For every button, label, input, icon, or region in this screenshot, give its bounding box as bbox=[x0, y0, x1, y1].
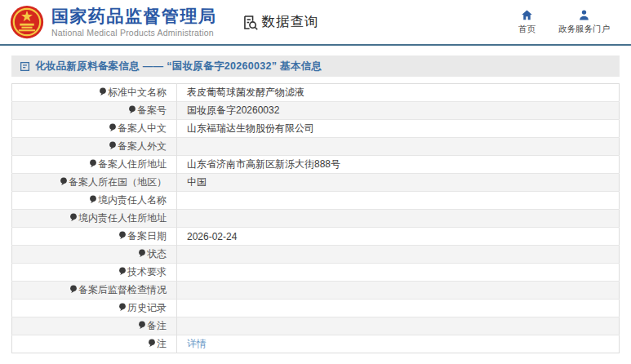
table-row: 备案人所在国（地区） 中国 bbox=[12, 174, 620, 192]
note-icon bbox=[89, 195, 97, 206]
section-title: 化妆品新原料备案信息 —— “国妆原备字20260032” 基本信息 bbox=[35, 60, 322, 73]
table-row: 备注 bbox=[12, 317, 620, 335]
row-label: 技术要求 bbox=[127, 266, 167, 277]
row-label: 备案日期 bbox=[127, 230, 167, 242]
row-label: 备案人所在国（地区） bbox=[69, 176, 167, 188]
detail-link[interactable]: 详情 bbox=[187, 338, 207, 349]
note-icon bbox=[118, 267, 127, 278]
brand-block: 国家药品监督管理局 National Medical Products Admi… bbox=[51, 7, 217, 37]
row-value: 2026-02-24 bbox=[187, 231, 237, 242]
portal-label: 政务服务门户 bbox=[558, 24, 610, 35]
site-header: 国家药品监督管理局 National Medical Products Admi… bbox=[0, 0, 631, 44]
row-label: 备注 bbox=[147, 320, 167, 331]
row-label: 状态 bbox=[147, 248, 167, 260]
data-query-label: 数据查询 bbox=[262, 13, 319, 31]
note-icon bbox=[109, 123, 117, 135]
table-row: 备案人外文 bbox=[12, 138, 620, 156]
note-icon bbox=[148, 339, 156, 350]
national-emblem-logo bbox=[10, 5, 44, 39]
table-row: 备案日期 2026-02-24 bbox=[12, 228, 620, 246]
row-label: 境内责任人名称 bbox=[98, 194, 167, 206]
form-icon bbox=[20, 61, 30, 72]
note-icon bbox=[69, 213, 78, 224]
table-row: 标准中文名称 表皮葡萄球菌发酵产物滤液 bbox=[12, 84, 620, 102]
row-value: 表皮葡萄球菌发酵产物滤液 bbox=[187, 87, 304, 98]
agency-subtitle: National Medical Products Administration bbox=[51, 28, 217, 38]
row-value: 国妆原备字20260032 bbox=[187, 104, 279, 116]
portal-nav[interactable]: 政务服务门户 bbox=[558, 9, 610, 35]
row-value: 山东福瑞达生物股份有限公司 bbox=[187, 122, 314, 134]
row-label: 标准中文名称 bbox=[108, 87, 167, 98]
row-label: 境内责任人住所地址 bbox=[78, 212, 167, 224]
user-icon bbox=[578, 9, 590, 21]
row-label: 备案人中文 bbox=[118, 122, 167, 134]
table-row: 状态 bbox=[12, 246, 620, 264]
table-row: 境内责任人住所地址 bbox=[12, 210, 620, 228]
note-icon bbox=[128, 105, 136, 117]
row-label: 备案号 bbox=[137, 104, 167, 116]
table-row: 备案人中文 山东福瑞达生物股份有限公司 bbox=[12, 120, 620, 138]
agency-title: 国家药品监督管理局 bbox=[51, 7, 217, 25]
table-row: 备案后监督检查情况 bbox=[12, 282, 620, 300]
header-right-nav: 首页 政务服务门户 bbox=[518, 9, 610, 35]
table-row: 技术要求 bbox=[12, 264, 620, 282]
note-icon bbox=[138, 249, 146, 260]
note-icon bbox=[60, 177, 68, 189]
home-icon bbox=[521, 9, 533, 21]
table-row: 境内责任人名称 bbox=[12, 192, 620, 210]
note-icon bbox=[109, 141, 117, 153]
table-row: 注 详情 bbox=[12, 335, 620, 353]
row-label: 备案人住所地址 bbox=[98, 158, 167, 170]
row-label: 备案后监督检查情况 bbox=[78, 284, 167, 295]
row-label: 备案人外文 bbox=[118, 140, 167, 152]
row-value: 山东省济南市高新区新泺大街888号 bbox=[187, 158, 340, 170]
row-label: 注 bbox=[157, 338, 167, 349]
section-title-bar: 化妆品新原料备案信息 —— “国妆原备字20260032” 基本信息 bbox=[11, 55, 620, 77]
home-label: 首页 bbox=[518, 24, 535, 35]
main-content: 化妆品新原料备案信息 —— “国妆原备字20260032” 基本信息 标准中文名… bbox=[0, 46, 631, 353]
table-row: 历史记录 bbox=[12, 300, 620, 317]
note-icon bbox=[69, 285, 78, 296]
note-icon bbox=[118, 303, 127, 314]
detail-table: 标准中文名称 表皮葡萄球菌发酵产物滤液 备案号 国妆原备字20260032 bbox=[11, 83, 620, 353]
note-icon bbox=[138, 321, 146, 332]
table-row: 备案号 国妆原备字20260032 bbox=[12, 102, 620, 120]
note-icon bbox=[89, 159, 97, 171]
table-row: 备案人住所地址 山东省济南市高新区新泺大街888号 bbox=[12, 156, 620, 174]
row-label: 历史记录 bbox=[127, 302, 167, 313]
note-icon bbox=[118, 231, 127, 242]
note-icon bbox=[99, 87, 107, 99]
document-search-icon bbox=[242, 14, 259, 31]
data-query-nav[interactable]: 数据查询 bbox=[242, 13, 319, 31]
home-nav[interactable]: 首页 bbox=[518, 9, 535, 35]
row-value: 中国 bbox=[187, 176, 207, 188]
